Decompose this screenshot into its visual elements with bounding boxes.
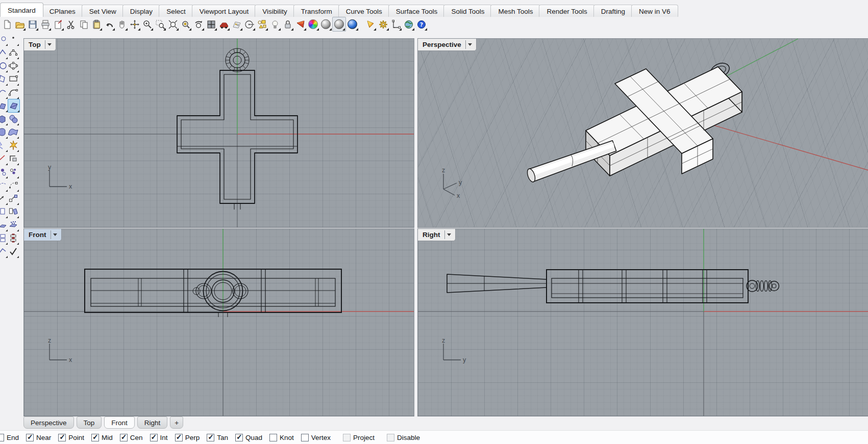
tool-circle-partial[interactable] bbox=[0, 60, 8, 72]
web-globe-icon[interactable] bbox=[402, 17, 415, 31]
zoom-selected-icon[interactable] bbox=[179, 17, 192, 31]
osnap-vertex[interactable]: Vertex bbox=[301, 434, 331, 441]
tab-set-view[interactable]: Set View bbox=[82, 5, 124, 17]
export-page-icon[interactable] bbox=[52, 17, 64, 31]
viewport-front[interactable]: Front z x bbox=[23, 228, 414, 416]
osnap-cen-checkbox[interactable] bbox=[120, 434, 128, 441]
tool-point-partial[interactable] bbox=[0, 33, 8, 46]
dimension-icon[interactable] bbox=[389, 17, 402, 31]
tool-trim[interactable] bbox=[8, 152, 19, 165]
save-icon[interactable] bbox=[26, 17, 39, 31]
tab-render-tools[interactable]: Render Tools bbox=[539, 5, 594, 17]
chevron-down-icon[interactable] bbox=[447, 233, 451, 236]
tool-move-partial[interactable] bbox=[0, 192, 8, 205]
tool-box-partial[interactable] bbox=[0, 113, 8, 125]
tool-trim-partial[interactable] bbox=[0, 152, 8, 165]
zoom-icon[interactable] bbox=[141, 17, 154, 31]
undo-icon[interactable] bbox=[103, 17, 115, 31]
tool-explode-partial[interactable] bbox=[0, 139, 8, 152]
tab-transform[interactable]: Transform bbox=[293, 5, 340, 17]
tool-polyline-partial[interactable] bbox=[0, 46, 8, 59]
print-icon[interactable] bbox=[39, 17, 52, 31]
chevron-down-icon[interactable] bbox=[47, 43, 52, 46]
tool-explode[interactable] bbox=[8, 139, 19, 152]
tab-mesh-tools[interactable]: Mesh Tools bbox=[490, 5, 540, 17]
osnap-mid-checkbox[interactable] bbox=[91, 434, 99, 441]
color-wheel-icon[interactable] bbox=[307, 17, 319, 31]
tab-solid-tools[interactable]: Solid Tools bbox=[443, 5, 492, 17]
osnap-quad-checkbox[interactable] bbox=[235, 434, 243, 441]
lock-icon[interactable] bbox=[281, 17, 294, 31]
tab-surface-tools[interactable]: Surface Tools bbox=[388, 5, 445, 17]
open-file-icon[interactable] bbox=[13, 17, 26, 31]
object-types-icon[interactable] bbox=[256, 17, 268, 31]
tool-point-cloud[interactable] bbox=[8, 166, 19, 178]
osnap-tan[interactable]: Tan bbox=[207, 434, 228, 441]
tool-array-vertical[interactable] bbox=[8, 232, 19, 245]
tool-single-point[interactable] bbox=[8, 33, 19, 46]
tool-ellipse[interactable] bbox=[8, 60, 19, 72]
plan-view-icon[interactable] bbox=[230, 17, 243, 31]
tool-points-partial[interactable] bbox=[0, 166, 8, 178]
tab-new-in-v6[interactable]: New in V6 bbox=[631, 5, 678, 17]
tab-standard[interactable]: Standard bbox=[0, 3, 43, 17]
tool-polygon-partial[interactable] bbox=[0, 73, 8, 86]
osnap-end[interactable]: End bbox=[0, 434, 19, 441]
tab-curve-tools[interactable]: Curve Tools bbox=[338, 5, 390, 17]
cplane-icon[interactable] bbox=[243, 17, 256, 31]
tool-arc[interactable] bbox=[8, 86, 19, 99]
undo-view-icon[interactable] bbox=[192, 17, 205, 31]
viewport-title-perspective[interactable]: Perspective bbox=[418, 39, 477, 51]
named-views-icon[interactable] bbox=[217, 17, 230, 31]
tab-display[interactable]: Display bbox=[122, 5, 160, 17]
osnap-disable[interactable]: Disable bbox=[387, 434, 420, 441]
tool-mirror[interactable] bbox=[8, 205, 19, 218]
tab-visibility[interactable]: Visibility bbox=[255, 5, 295, 17]
viewport-perspective[interactable]: Perspective z y x bbox=[417, 38, 868, 228]
osnap-near[interactable]: Near bbox=[26, 434, 51, 441]
zoom-window-icon[interactable] bbox=[154, 17, 166, 31]
tab-viewport-layout[interactable]: Viewport Layout bbox=[192, 5, 257, 17]
move-icon[interactable] bbox=[128, 17, 141, 31]
tool-curve-partial[interactable] bbox=[0, 86, 8, 99]
zoom-extents-icon[interactable] bbox=[166, 17, 179, 31]
osnap-perp[interactable]: Perp bbox=[175, 434, 200, 441]
tool-array-partial[interactable] bbox=[0, 232, 8, 245]
tool-extrude-dots[interactable] bbox=[8, 219, 19, 231]
tool-surface-corner-points[interactable] bbox=[8, 99, 20, 113]
tool-rebuild-partial[interactable] bbox=[0, 179, 8, 192]
osnap-vertex-checkbox[interactable] bbox=[301, 434, 309, 441]
osnap-disable-checkbox[interactable] bbox=[387, 434, 394, 441]
viewport-title-right[interactable]: Right bbox=[418, 229, 456, 241]
tool-copy-to-point[interactable] bbox=[8, 192, 19, 205]
osnap-quad[interactable]: Quad bbox=[235, 434, 262, 441]
tab-drafting[interactable]: Drafting bbox=[593, 5, 633, 17]
tool-group-partial[interactable] bbox=[0, 245, 8, 258]
notification-icon[interactable] bbox=[364, 17, 377, 31]
osnap-perp-checkbox[interactable] bbox=[175, 434, 183, 441]
tool-curve-interpolate[interactable] bbox=[8, 46, 19, 59]
osnap-cen[interactable]: Cen bbox=[120, 434, 143, 441]
osnap-point[interactable]: Point bbox=[58, 434, 84, 441]
chevron-down-icon[interactable] bbox=[53, 233, 57, 236]
osnap-project-checkbox[interactable] bbox=[343, 434, 351, 441]
new-file-icon[interactable] bbox=[1, 17, 13, 31]
viewport-tab-perspective[interactable]: Perspective bbox=[23, 416, 74, 429]
tool-extrude-partial[interactable] bbox=[0, 219, 8, 231]
cut-icon[interactable] bbox=[64, 17, 77, 31]
osnap-end-checkbox[interactable] bbox=[0, 434, 4, 441]
help-icon[interactable]: ? bbox=[415, 17, 428, 31]
osnap-project[interactable]: Project bbox=[343, 434, 375, 441]
ghosted-display-icon[interactable] bbox=[332, 17, 346, 32]
options-gear-icon[interactable] bbox=[377, 17, 389, 31]
tool-sphere[interactable] bbox=[8, 113, 19, 125]
tool-solid-partial[interactable] bbox=[0, 126, 8, 139]
tool-rectangle[interactable] bbox=[8, 73, 19, 86]
tool-surface-patch[interactable] bbox=[8, 126, 19, 139]
tool-rebuild-curve[interactable] bbox=[8, 179, 19, 192]
shaded-display-icon[interactable] bbox=[319, 17, 332, 31]
tool-surface-partial[interactable] bbox=[0, 99, 8, 112]
render-icon[interactable] bbox=[294, 17, 307, 31]
tool-copy-partial[interactable] bbox=[0, 205, 8, 218]
viewport-right[interactable]: Right z y bbox=[417, 228, 868, 416]
